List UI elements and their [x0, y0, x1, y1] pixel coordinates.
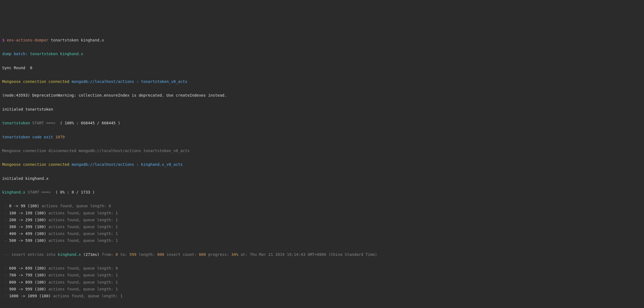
- command-line[interactable]: $ eos-actions-dumper tonartstoken kingha…: [2, 37, 642, 44]
- insert-line-2: -- insert entries into kinghand.x (232ms…: [2, 306, 642, 308]
- length-label: length:: [139, 252, 155, 257]
- token-start-2: kinghand.x START ===> ( 0% : 0 / 1733 ): [2, 189, 642, 196]
- range-line: - 800 -> 899 (100) actions found, queue …: [2, 279, 642, 286]
- dash: -: [2, 238, 9, 243]
- range-values: 800 -> 899 (100): [9, 280, 46, 284]
- range-suffix: actions found, queue length: 1: [46, 287, 118, 291]
- range-suffix: actions found, queue length: 1: [46, 225, 118, 229]
- token-name: kinghand.x: [2, 190, 25, 194]
- range-values: 600 -> 699 (100): [9, 266, 46, 270]
- range-values: 900 -> 999 (100): [9, 287, 46, 291]
- range-line: - 300 -> 399 (100) actions found, queue …: [2, 223, 642, 230]
- terminal-output: $ eos-actions-dumper tonartstoken kingha…: [2, 30, 642, 308]
- range-line: - 1000 -> 1099 (100) actions found, queu…: [2, 293, 642, 299]
- range-values: 100 -> 199 (100): [9, 211, 46, 215]
- range-line: - 0 -> 99 (100) actions found, queue len…: [2, 203, 642, 209]
- progress-val: 34%: [231, 252, 238, 257]
- dash: -: [2, 287, 9, 291]
- conn-url: mongodb://localhost/actions : tonartstok…: [72, 79, 187, 84]
- prompt-symbol: $: [2, 38, 4, 42]
- deprecation-warning: (node:43593) DeprecationWarning: collect…: [2, 92, 642, 99]
- dash: --: [2, 252, 9, 257]
- insert-line-1: -- insert entries into kinghand.x (271ms…: [2, 251, 642, 258]
- batch-args: tonartstoken kinghand.x: [30, 52, 83, 56]
- progress-text: ( 100% : 668445 / 668445 ): [60, 121, 120, 125]
- sync-round: Sync Round 0: [2, 65, 642, 71]
- range-values: 500 -> 599 (100): [9, 238, 46, 243]
- range-suffix: actions found, queue length: 1: [51, 294, 122, 298]
- range-values: 0 -> 99 (100): [9, 204, 39, 208]
- count-label: insert count:: [167, 252, 197, 257]
- range-values: 200 -> 299 (100): [9, 218, 46, 222]
- exit-label: code exit: [32, 135, 53, 139]
- ranges-block-2: - 600 -> 699 (100) actions found, queue …: [2, 265, 642, 299]
- range-line: - 600 -> 699 (100) actions found, queue …: [2, 265, 642, 272]
- dash: -: [2, 225, 9, 229]
- to-label: to:: [120, 252, 127, 257]
- length-val: 600: [157, 252, 164, 257]
- dump-batch-line: dump batch: tonartstoken kinghand.x: [2, 51, 642, 57]
- ranges-block-1: - 0 -> 99 (100) actions found, queue len…: [2, 203, 642, 244]
- mongoose-connected-2: Mongoose connection connected mongodb://…: [2, 161, 642, 168]
- range-suffix: actions found, queue length: 1: [46, 238, 118, 243]
- conn-status: Mongoose connection connected: [2, 162, 69, 167]
- conn-url: mongodb://localhost/actions : kinghand.x…: [72, 162, 183, 167]
- range-values: 300 -> 399 (100): [9, 225, 46, 229]
- range-suffix: actions found, queue length: 1: [46, 218, 118, 222]
- range-suffix: actions found, queue length: 1: [46, 280, 118, 284]
- range-suffix: actions found, queue length: 1: [46, 211, 118, 215]
- dash: -: [2, 218, 9, 222]
- range-line: - 500 -> 599 (100) actions found, queue …: [2, 237, 642, 244]
- range-suffix: actions found, queue length: 0: [46, 266, 118, 270]
- at-label: at:: [240, 252, 247, 257]
- range-suffix: actions found, queue length: 1: [46, 273, 118, 277]
- exit-code: 1079: [55, 135, 65, 139]
- dash: -: [2, 204, 9, 208]
- range-line: - 200 -> 299 (100) actions found, queue …: [2, 217, 642, 223]
- range-line: - 700 -> 799 (100) actions found, queue …: [2, 272, 642, 279]
- mongoose-connected-1: Mongoose connection connected mongodb://…: [2, 78, 642, 85]
- count-val: 600: [199, 252, 206, 257]
- range-suffix: actions found, queue length: 0: [39, 204, 111, 208]
- exit-name: tonartstoken: [2, 135, 30, 139]
- dash: -: [2, 231, 9, 236]
- range-line: - 400 -> 499 (100) actions found, queue …: [2, 230, 642, 237]
- start-label: START ===>: [28, 190, 51, 194]
- range-line: - 900 -> 999 (100) actions found, queue …: [2, 286, 642, 293]
- range-line: - 100 -> 199 (100) actions found, queue …: [2, 210, 642, 217]
- dash: -: [2, 266, 9, 270]
- start-label: START ===>: [32, 121, 55, 125]
- dump-label: dump: [2, 52, 12, 56]
- from-label: from:: [102, 252, 113, 257]
- token-name: tonartstoken: [2, 121, 30, 125]
- initialed-2: initialed kinghand.x: [2, 175, 642, 182]
- dash: -: [2, 273, 9, 277]
- range-suffix: actions found, queue length: 1: [46, 231, 118, 236]
- initialed-1: initialed tonartstoken: [2, 106, 642, 113]
- insert-timing: (271ms): [83, 252, 99, 257]
- mongoose-disconnected: Mongoose connection disconnected mongodb…: [2, 147, 642, 154]
- conn-status: Mongoose connection connected: [2, 79, 69, 84]
- dash: -: [2, 294, 9, 298]
- to-val: 599: [130, 252, 136, 257]
- batch-label: batch:: [14, 52, 28, 56]
- progress-text: ( 0% : 0 / 1733 ): [55, 190, 95, 194]
- insert-prefix: insert entries into: [12, 252, 55, 257]
- exit-line: tonartstoken code exit 1079: [2, 134, 642, 141]
- insert-name: kinghand.x: [58, 252, 81, 257]
- range-values: 1000 -> 1099 (100): [9, 294, 51, 298]
- from-val: 0: [116, 252, 118, 257]
- progress-label: progress:: [208, 252, 229, 257]
- at-time: Thu Mar 21 2019 19:14:43 GMT+0800 (China…: [250, 252, 377, 257]
- dash: -: [2, 211, 9, 215]
- command-args: tonartstoken kinghand.x: [51, 38, 104, 42]
- range-values: 700 -> 799 (100): [9, 273, 46, 277]
- command-name: eos-actions-dumper: [7, 38, 49, 42]
- dash: -: [2, 280, 9, 284]
- token-start-1: tonartstoken START ===> ( 100% : 668445 …: [2, 120, 642, 127]
- range-values: 400 -> 499 (100): [9, 231, 46, 236]
